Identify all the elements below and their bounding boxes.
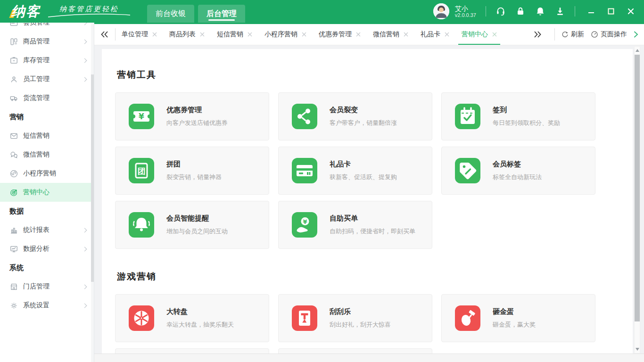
page-operations-button[interactable]: 页面操作 [591, 30, 627, 39]
sidebar-item-wechat-marketing[interactable]: 微信营销 [0, 145, 94, 164]
chevron-right-icon [83, 58, 87, 63]
close-tab-icon[interactable] [302, 32, 306, 37]
tab-wechat-marketing[interactable]: 微信营销 [367, 24, 414, 45]
card-title: 会员裂变 [330, 106, 397, 115]
mode-switch-nav: 前台收银 后台管理 [147, 0, 249, 23]
marketing-target-icon [9, 188, 18, 197]
card-partial[interactable] [115, 348, 269, 354]
sidebar-item-label: 数据分析 [23, 245, 50, 253]
content-scrollbar[interactable] [634, 46, 640, 354]
sidebar-item-miniprogram-marketing[interactable]: 小程序营销 [0, 164, 94, 183]
card-gift-card[interactable]: 礼品卡 获新客、促活跃、提复购 [278, 147, 432, 195]
sms-envelope-icon [9, 132, 18, 140]
card-title: 拼团 [166, 160, 222, 169]
card-partial[interactable] [278, 348, 432, 354]
share-icon [292, 104, 317, 129]
data-analysis-icon [9, 245, 18, 254]
sidebar-section-data: 数据 [0, 202, 94, 221]
card-golden-egg[interactable]: 砸金蛋 砸金蛋，赢大奖 [441, 294, 595, 342]
sidebar-item-data-analysis[interactable]: 数据分析 [0, 239, 94, 258]
close-tab-icon[interactable] [492, 32, 497, 37]
card-text: 签到 每日签到领取积分、奖励 [493, 106, 560, 127]
close-button[interactable] [627, 8, 635, 15]
minimize-button[interactable] [587, 8, 595, 15]
app-logo: 纳客 [11, 0, 41, 23]
card-group-buy[interactable]: 团 拼团 裂变营销，销量神器 [115, 147, 269, 195]
sidebar-item-store-management[interactable]: 门店管理 [0, 277, 94, 296]
content-scrollbar-thumb[interactable] [635, 55, 640, 321]
tab-miniprogram-marketing[interactable]: 小程序营销 [258, 24, 313, 45]
sidebar: 会员管理 商品管理 库存管理 员工管理 货流管理 营销 短信营销 [0, 23, 94, 362]
sidebar-item-marketing-center[interactable]: 营销中心 [0, 183, 94, 202]
tabs-scroll-left-icon[interactable] [94, 24, 115, 45]
tab-marketing-center[interactable]: 营销中心 [455, 24, 503, 45]
card-scratch-card[interactable]: 刮刮乐 刮出好礼，刮开大惊喜 [278, 294, 432, 342]
chevron-right-icon [83, 303, 87, 308]
tabs-scroll-right-icon[interactable] [527, 31, 548, 38]
sidebar-scrollbar[interactable] [91, 23, 94, 362]
golden-egg-icon [455, 305, 480, 331]
card-smart-member-reminder[interactable]: 会员智能提醒 增加与会员之间的互动 [115, 201, 269, 249]
card-text: 拼团 裂变营销，销量神器 [166, 160, 222, 181]
scroll-up-icon[interactable] [636, 49, 639, 52]
brand-area: 纳客 纳客管店更轻松 [0, 0, 131, 23]
sidebar-item-goods-management[interactable]: 商品管理 [0, 32, 94, 51]
card-coupon-management[interactable]: ¥ 优惠券管理 向客户发送店铺优惠券 [115, 92, 269, 140]
card-member-fission[interactable]: 会员裂变 客户带客户，销量翻倍涨 [278, 92, 432, 140]
sidebar-item-label: 门店管理 [23, 282, 50, 291]
tab-coupon-management[interactable]: 优惠券管理 [313, 24, 367, 45]
tab-sms-marketing[interactable]: 短信营销 [211, 24, 258, 45]
card-sign-in[interactable]: 签到 每日签到领取积分、奖励 [441, 92, 595, 140]
sidebar-item-staff-management[interactable]: 员工管理 [0, 70, 94, 89]
sidebar-item-system-settings[interactable]: 系统设置 [0, 296, 94, 315]
card-text: 会员裂变 客户带客户，销量翻倍涨 [330, 106, 397, 127]
download-icon[interactable] [555, 6, 565, 16]
lock-icon[interactable] [515, 6, 526, 16]
section-title-game-marketing: 游戏营销 [117, 271, 633, 283]
section-label: 数据 [9, 207, 24, 216]
card-title: 礼品卡 [330, 160, 397, 169]
card-member-tag[interactable]: 会员标签 标签全自动新玩法 [441, 147, 595, 195]
card-subtitle: 幸运大转盘，抽奖乐翻天 [166, 321, 234, 329]
header-divider [486, 6, 486, 16]
tab-product-list[interactable]: 商品列表 [163, 24, 211, 45]
maximize-button[interactable] [607, 8, 615, 15]
sidebar-item-member-management[interactable]: 会员管理 [0, 23, 94, 32]
close-tab-icon[interactable] [404, 32, 408, 37]
card-lucky-wheel[interactable]: 大转盘 幸运大转盘，抽奖乐翻天 [115, 294, 269, 342]
tab-unit-management[interactable]: 单位管理 [116, 24, 163, 45]
refresh-button[interactable]: 刷新 [561, 30, 584, 39]
close-tab-icon[interactable] [200, 32, 205, 37]
sidebar-item-label: 库存管理 [23, 56, 50, 65]
card-text: 优惠券管理 向客户发送店铺优惠券 [166, 106, 228, 127]
close-tab-icon[interactable] [445, 32, 449, 37]
card-text: 刮刮乐 刮出好礼，刮开大惊喜 [330, 307, 391, 329]
user-avatar[interactable] [433, 3, 449, 19]
card-self-checkout[interactable]: ¥ 自助买单 自助扫码，便捷省时，即刻买单 [278, 201, 432, 249]
tab-label: 单位管理 [122, 30, 148, 39]
sidebar-item-inventory-management[interactable]: 库存管理 [0, 51, 94, 70]
close-tab-icon[interactable] [356, 32, 361, 37]
section-label: 营销 [9, 113, 24, 122]
chevron-right-icon [83, 77, 87, 82]
card-title: 大转盘 [166, 307, 234, 316]
header-divider [575, 6, 575, 16]
sidebar-section-system: 系统 [0, 258, 94, 277]
avatar-image [433, 3, 449, 19]
notification-bell-icon[interactable] [535, 6, 545, 16]
close-tab-icon[interactable] [248, 32, 252, 37]
scroll-down-icon[interactable] [636, 348, 639, 351]
slogan-wrap: 纳客管店更轻松 [47, 5, 131, 18]
card-subtitle: 标签全自动新玩法 [493, 173, 542, 181]
close-tab-icon[interactable] [152, 32, 157, 37]
nav-backend-management[interactable]: 后台管理 [198, 5, 245, 23]
nav-front-cashier[interactable]: 前台收银 [147, 5, 194, 23]
sidebar-item-sms-marketing[interactable]: 短信营销 [0, 126, 94, 145]
sidebar-item-logistics-management[interactable]: 货流管理 [0, 89, 94, 107]
sidebar-scrollbar-thumb[interactable] [91, 74, 94, 282]
store-icon [9, 282, 18, 291]
sidebar-item-statistics-report[interactable]: 统计报表 [0, 221, 94, 239]
page-operations-expand-icon[interactable] [634, 31, 638, 38]
customer-service-icon[interactable] [495, 6, 506, 16]
tab-gift-card[interactable]: 礼品卡 [414, 24, 455, 45]
